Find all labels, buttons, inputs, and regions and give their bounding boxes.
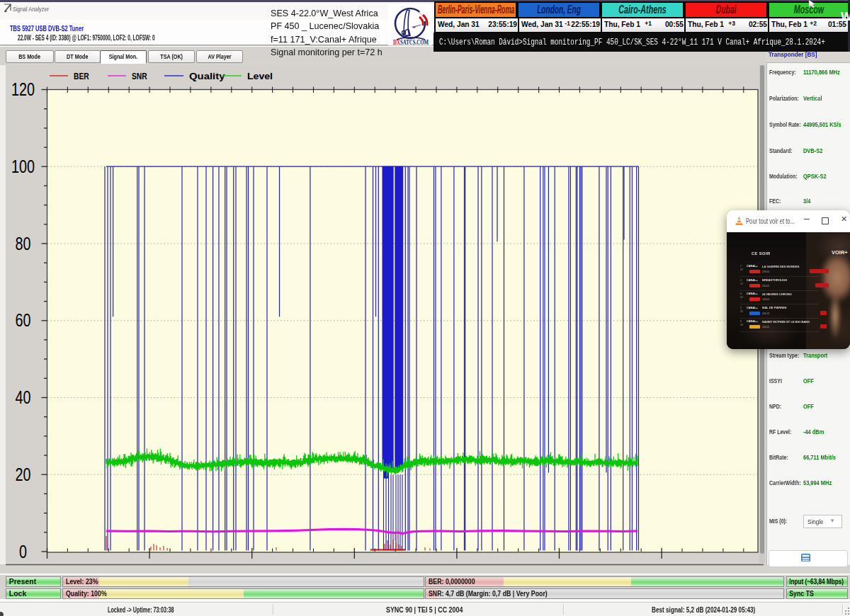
svg-text:80: 80 <box>16 233 31 254</box>
svg-text:BER: BER <box>74 72 89 81</box>
svg-text:Level: Level <box>247 72 273 81</box>
svg-text:40: 40 <box>16 387 31 408</box>
svg-text:20: 20 <box>16 464 31 485</box>
svg-text:0: 0 <box>19 541 27 562</box>
svg-text:60: 60 <box>16 309 31 331</box>
svg-text:120: 120 <box>11 79 35 100</box>
svg-text:SNR: SNR <box>132 72 147 81</box>
svg-text:Quality: Quality <box>189 72 225 81</box>
svg-text:100: 100 <box>11 156 35 177</box>
